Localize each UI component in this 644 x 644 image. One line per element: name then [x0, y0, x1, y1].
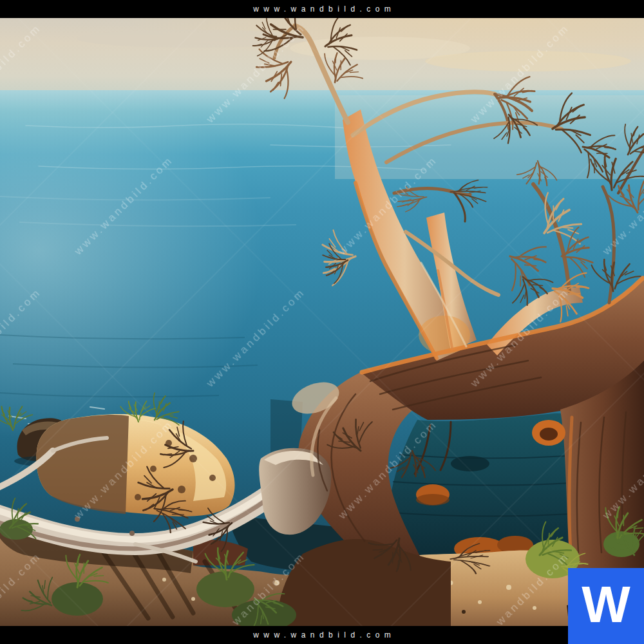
bottom-bar-text: www.wandbild.com: [249, 630, 396, 639]
top-watermark-bar: www.wandbild.com: [0, 0, 644, 18]
seascape-photo: www.wandbild.com: [0, 0, 644, 644]
bottom-watermark-bar: www.wandbild.com: [0, 626, 644, 644]
top-bar-text: www.wandbild.com: [249, 5, 396, 14]
watermark-overlay: [0, 18, 644, 626]
logo-letter: W: [582, 579, 630, 630]
product-image: www.wandbild.com: [0, 0, 644, 644]
wandbild-logo: W: [568, 568, 644, 644]
